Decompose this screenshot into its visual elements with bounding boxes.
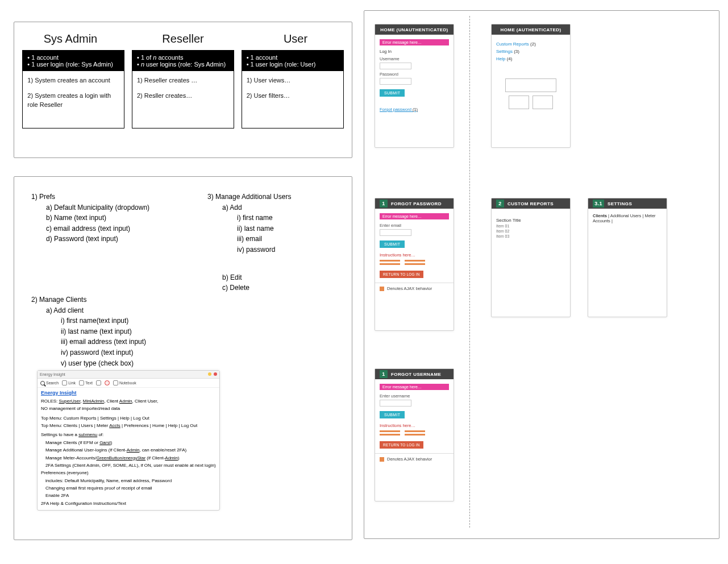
notes-prefs-line: Preferences (everyone) — [41, 470, 216, 476]
list-item[interactable]: Item 02 — [496, 229, 565, 233]
wire-title: SETTINGS — [608, 201, 632, 206]
user-body-2: 2) User filters… — [247, 91, 339, 101]
step-badge: 2 — [496, 200, 504, 208]
username-label: Username — [380, 56, 449, 61]
reseller-head-2a: • — [137, 61, 141, 68]
search-tool[interactable]: Search — [40, 380, 59, 385]
outline-prefs-d: d) Password (text input) — [46, 234, 207, 244]
wire-header: 1 FORGOT PASSWORD — [375, 198, 454, 209]
password-input[interactable] — [380, 78, 411, 85]
submit-button[interactable]: SUBMIT — [380, 411, 405, 418]
wire-title: HOME (UNAUTHENTICATED) — [375, 24, 454, 35]
link-icon — [62, 380, 67, 385]
outline-container: 1) Prefs a) Default Municipality (dropdo… — [14, 176, 352, 540]
tab-clients[interactable]: Clients — [593, 213, 607, 218]
minimize-icon[interactable] — [208, 372, 211, 376]
outline-clients-ai: i) first name(text input) — [61, 316, 207, 326]
outline-users-ai: i) first name — [237, 213, 335, 223]
text-icon — [79, 380, 84, 385]
sysadmin-body-1: 1) System creates an account — [27, 76, 119, 85]
notebook-tool[interactable]: Notebook — [113, 380, 136, 385]
return-button[interactable]: RETURN TO LOG IN — [380, 441, 423, 449]
link-tool[interactable]: Link — [62, 380, 76, 385]
outline-users-a: a) Add — [222, 202, 335, 213]
action2-tool[interactable] — [105, 380, 110, 385]
sysadmin-head-2: • 1 user login (role: Sys Admin) — [27, 61, 119, 68]
roles-container: Sys Admin Reseller User • 1 account • 1 … — [14, 22, 352, 158]
submit-button[interactable]: SUBMIT — [380, 89, 405, 97]
outline-clients-av: v) user type (check box) — [61, 358, 207, 369]
reseller-body-2: 2) Resller creates… — [137, 91, 229, 101]
custom-reports-link[interactable]: Custom Reports (2) — [496, 42, 565, 47]
wire-title: HOME (AUTHENTICATED) — [492, 24, 570, 35]
wire-home-unauthenticated: HOME (UNAUTHENTICATED) Error message her… — [375, 24, 454, 148]
step-badge: 1 — [380, 370, 388, 378]
reseller-head-1a: • 1 of — [137, 54, 153, 61]
role-box-reseller: • 1 of n accounts • n user logins (role:… — [132, 50, 234, 128]
help-link[interactable]: Help (4) — [496, 56, 565, 61]
instruction-placeholder — [380, 430, 449, 436]
placeholder-content — [496, 78, 565, 109]
email-label: Enter email — [380, 223, 449, 228]
username-input[interactable] — [380, 63, 411, 69]
notes-p-a: includes: Default Municipality, Name, em… — [41, 478, 216, 484]
outline-prefs-b: b) Name (text input) — [46, 213, 207, 223]
outline-clients-aiv: iv) password (text input) — [61, 347, 207, 358]
user-body-1: 1) User views… — [247, 76, 339, 85]
wire-forgot-password: 1 FORGOT PASSWORD Error message here… En… — [375, 198, 454, 331]
error-message: Error message here… — [380, 39, 449, 45]
sysadmin-head-1: • 1 account — [27, 54, 119, 61]
search-icon — [40, 381, 45, 385]
wire-custom-reports: 2 CUSTOM REPORTS Section Title Item 01 I… — [491, 198, 571, 317]
submit-button[interactable]: SUBMIT — [380, 240, 405, 248]
outline-users-h: 3) Manage Additional Users — [207, 192, 335, 202]
return-button[interactable]: RETURN TO LOG IN — [380, 271, 423, 278]
list-item[interactable]: Item 03 — [496, 234, 565, 238]
role-header-sysadmin: Sys Admin — [19, 32, 122, 45]
notes-p-c: Enable 2FA — [41, 493, 216, 499]
notes-s-c: Manage Meter-Accounts/GreenButton/energy… — [41, 455, 216, 461]
email-input[interactable] — [380, 229, 411, 236]
role-header-reseller: Reseller — [132, 32, 234, 45]
forgot-password-link[interactable]: Forgot password (1) — [380, 107, 418, 112]
ajax-legend: Denotes AJAX behavior — [375, 283, 454, 294]
outline-users-aiii: iii) email — [237, 234, 335, 244]
settings-link[interactable]: Settings (3) — [496, 49, 565, 54]
wire-header: 2 CUSTOM REPORTS — [492, 198, 570, 209]
notes-roles-line: ROLES: SuperUser, MiniAdmin, Client Admi… — [41, 399, 216, 404]
username-label: Enter username — [380, 393, 449, 399]
notes-titlebar: Energy Insight — [38, 371, 219, 379]
outline-users-b: b) Edit — [222, 272, 335, 283]
role-box-sysadmin: • 1 account • 1 user login (role: Sys Ad… — [22, 50, 124, 128]
notes-s-b: Manage Additional User-logins (if Client… — [41, 447, 216, 453]
step-badge: 1 — [380, 200, 388, 208]
outline-prefs-h: 1) Prefs — [31, 192, 207, 202]
sysadmin-body-2: 2) System creates a login with role Rese… — [27, 91, 119, 110]
instruction-placeholder — [380, 260, 449, 265]
close-icon[interactable] — [214, 372, 217, 376]
window-controls — [207, 372, 217, 377]
reseller-body-1: 1) Reseller creates … — [137, 76, 229, 85]
wire-title: FORGOT USERNAME — [391, 372, 441, 377]
notes-panel: Energy Insight Search Link Text Notebook… — [37, 370, 220, 511]
login-heading: Log In — [380, 49, 449, 54]
action1-tool[interactable] — [96, 380, 101, 385]
placeholder-box — [533, 96, 553, 109]
placeholder-box — [509, 96, 529, 109]
outline-prefs-c: c) email address (text input) — [46, 223, 207, 234]
wire-settings: 3.1 SETTINGS Clients | Additional Users … — [588, 198, 667, 317]
text-tool[interactable]: Text — [79, 380, 93, 385]
notes-line2: NO management of imported/read data — [41, 406, 216, 412]
notes-topmenu2: Top Menu: Clients | Users | Meter Accts … — [41, 423, 216, 429]
username-input[interactable] — [380, 400, 411, 407]
outline-clients-h: 2) Manage Clients — [31, 295, 207, 305]
ajax-swatch-icon — [380, 457, 384, 462]
notes-topmenu1: Top Menu: Custom Reports | Settings | He… — [41, 416, 216, 421]
notes-title-link[interactable]: Energy Insight — [41, 390, 77, 396]
wire-header: 3.1 SETTINGS — [588, 198, 667, 209]
outline-clients-aii: ii) last name (text input) — [61, 326, 207, 337]
wire-forgot-username: 1 FORGOT USERNAME Error message here… En… — [375, 368, 454, 501]
notes-p-b: Changing email first requires proof of r… — [41, 486, 216, 491]
list-item[interactable]: Item 01 — [496, 224, 565, 228]
outline-clients-aiii: iii) email address (text input) — [61, 337, 207, 347]
